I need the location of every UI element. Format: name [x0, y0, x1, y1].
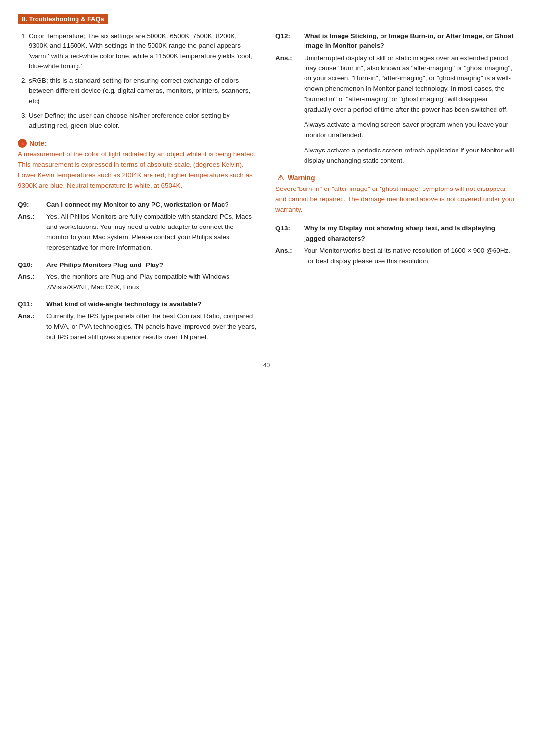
- intro-list: Color Temperature; The six settings are …: [18, 31, 258, 131]
- q12-question-row: Q12: What is Image Sticking, or Image Bu…: [275, 31, 515, 51]
- list-item: User Define; the user can choose his/her…: [29, 111, 258, 131]
- q10-ans-label: Ans.:: [18, 272, 46, 293]
- right-column: Q12: What is Image Sticking, or Image Bu…: [275, 31, 515, 349]
- q9-label: Q9:: [18, 200, 46, 210]
- q11-ans-text: Currently, the IPS type panels offer the…: [46, 311, 258, 342]
- section-header: 8. Troubleshooting & FAQs: [18, 14, 108, 24]
- note-box: 🔖 Note: A measurement of the color of li…: [18, 139, 258, 191]
- q9-ans-text: Yes. All Philips Monitors are fully comp…: [46, 212, 258, 253]
- q12-answer-row: Ans.: Uninterrupted display of still or …: [275, 53, 515, 166]
- warning-box: ⚠ Warning Severe"burn-in" or "after-imag…: [275, 173, 515, 215]
- q11-answer-row: Ans.: Currently, the IPS type panels off…: [18, 311, 258, 342]
- q12-label: Q12:: [275, 31, 304, 51]
- q13-ans-text: Your Monitor works best at its native re…: [304, 246, 515, 266]
- q10-question-row: Q10: Are Philips Monitors Plug-and- Play…: [18, 260, 258, 270]
- q10-label: Q10:: [18, 260, 46, 270]
- q12-text: What is Image Sticking, or Image Burn-in…: [304, 31, 515, 51]
- q10-ans-text: Yes, the monitors are Plug-and-Play comp…: [46, 272, 258, 293]
- q10-text: Are Philips Monitors Plug-and- Play?: [46, 260, 163, 270]
- left-column: Color Temperature; The six settings are …: [18, 31, 258, 349]
- q11-text: What kind of wide-angle technology is av…: [46, 300, 201, 309]
- note-icon: 🔖: [18, 139, 27, 148]
- q11-ans-label: Ans.:: [18, 311, 46, 342]
- list-item: sRGB; this is a standard setting for ens…: [29, 76, 258, 106]
- qa-block-q10: Q10: Are Philips Monitors Plug-and- Play…: [18, 260, 258, 293]
- q13-answer-row: Ans.: Your Monitor works best at its nat…: [275, 246, 515, 266]
- two-column-layout: Color Temperature; The six settings are …: [18, 31, 515, 349]
- note-text: A measurement of the color of light radi…: [18, 150, 258, 191]
- q12-ans-p2: Always activate a moving screen saver pr…: [304, 120, 515, 141]
- qa-block-q13: Q13: Why is my Display not showing sharp…: [275, 224, 515, 266]
- page: 8. Troubleshooting & FAQs Color Temperat…: [0, 0, 533, 756]
- q11-label: Q11:: [18, 300, 46, 309]
- q12-ans-label: Ans.:: [275, 53, 304, 166]
- q11-question-row: Q11: What kind of wide-angle technology …: [18, 300, 258, 309]
- list-item: Color Temperature; The six settings are …: [29, 31, 258, 71]
- page-number: 40: [18, 361, 515, 369]
- q10-answer-row: Ans.: Yes, the monitors are Plug-and-Pla…: [18, 272, 258, 293]
- warning-icon: ⚠: [275, 173, 285, 182]
- qa-block-q9: Q9: Can I connect my Monitor to any PC, …: [18, 200, 258, 253]
- q9-text: Can I connect my Monitor to any PC, work…: [46, 200, 229, 210]
- q12-ans-p3: Always activate a periodic screen refres…: [304, 146, 515, 166]
- q13-question-row: Q13: Why is my Display not showing sharp…: [275, 224, 515, 244]
- q9-ans-label: Ans.:: [18, 212, 46, 253]
- q13-ans-label: Ans.:: [275, 246, 304, 266]
- qa-block-q12: Q12: What is Image Sticking, or Image Bu…: [275, 31, 515, 166]
- q9-question-row: Q9: Can I connect my Monitor to any PC, …: [18, 200, 258, 210]
- q12-ans-p1: Uninterrupted display of still or static…: [304, 53, 515, 115]
- q13-text: Why is my Display not showing sharp text…: [304, 224, 515, 244]
- qa-block-q11: Q11: What kind of wide-angle technology …: [18, 300, 258, 342]
- warning-text: Severe"burn-in" or "after-image" or "gho…: [275, 184, 515, 215]
- warning-title: ⚠ Warning: [275, 173, 515, 182]
- note-title: 🔖 Note:: [18, 139, 258, 148]
- q9-answer-row: Ans.: Yes. All Philips Monitors are full…: [18, 212, 258, 253]
- q12-ans-paragraphs: Uninterrupted display of still or static…: [304, 53, 515, 166]
- q13-label: Q13:: [275, 224, 304, 244]
